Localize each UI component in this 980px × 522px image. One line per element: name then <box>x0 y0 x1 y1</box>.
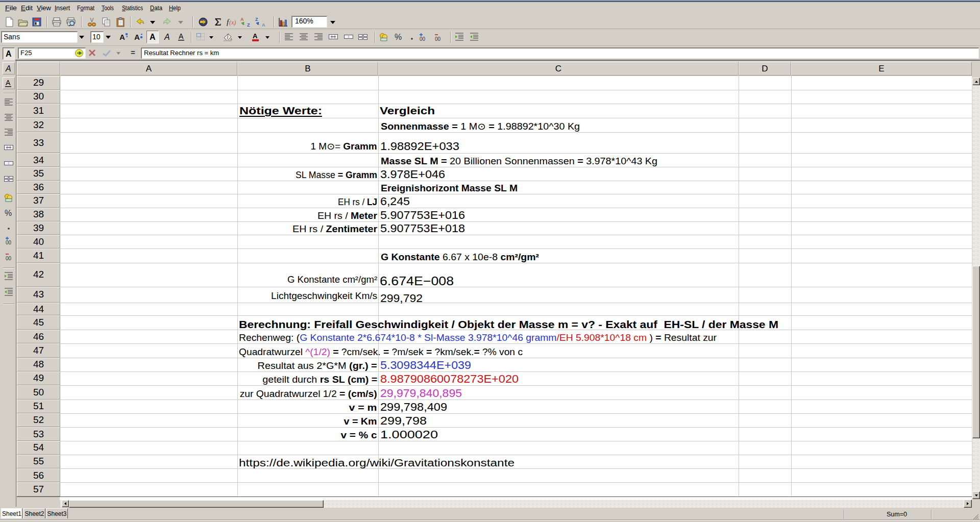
svg-text:A: A <box>5 64 11 73</box>
svg-text:Z: Z <box>255 17 258 22</box>
svg-text:Z: Z <box>247 22 250 27</box>
svg-text:A: A <box>6 49 12 58</box>
svg-text:00: 00 <box>420 36 426 42</box>
svg-text:A: A <box>262 22 265 27</box>
svg-text:A: A <box>119 33 125 41</box>
svg-text:A: A <box>134 33 140 41</box>
svg-text:A: A <box>179 32 184 40</box>
svg-text:00: 00 <box>6 256 12 261</box>
svg-text:A: A <box>253 32 258 40</box>
svg-text:00: 00 <box>435 36 441 42</box>
svg-text:%: % <box>5 209 12 217</box>
svg-text:%: % <box>395 33 402 41</box>
svg-text:A: A <box>6 79 11 87</box>
svg-text:A: A <box>240 17 244 22</box>
svg-text:A: A <box>164 33 170 41</box>
svg-text:A: A <box>150 33 156 41</box>
svg-text:(x): (x) <box>229 19 236 26</box>
svg-text:00: 00 <box>6 240 12 245</box>
